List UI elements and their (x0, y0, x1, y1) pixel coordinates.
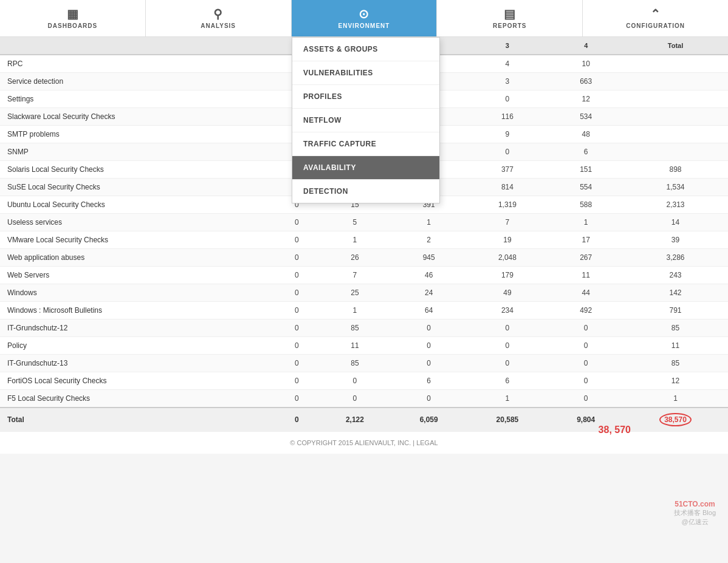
row-total (623, 90, 728, 108)
row-c0: 0 (276, 319, 318, 337)
row-c3: 0 (466, 90, 549, 108)
page-footer: © COPYRIGHT 2015 ALIENVAULT, INC. | LEGA… (0, 431, 728, 454)
row-total: 85 (623, 355, 728, 372)
row-name: SMTP problems (0, 126, 276, 143)
row-c2: 6 (392, 372, 466, 390)
row-c1: 25 (318, 284, 392, 302)
watermark: 51CTO.com 技术播客 Blog @亿速云 (674, 500, 716, 527)
row-c2: 0 (392, 390, 466, 408)
menu-assets-groups[interactable]: ASSETS & GROUPS (292, 38, 439, 61)
table-row: IT-Grundschutz-12 0 85 0 0 0 85 (0, 319, 728, 337)
row-c0: 0 (276, 231, 318, 249)
row-name: Ubuntu Local Security Checks (0, 196, 276, 214)
col-header-3[interactable]: 3 (466, 37, 549, 55)
row-total: 243 (623, 267, 728, 284)
row-c4: 588 (549, 196, 623, 214)
row-c4: 1 (549, 214, 623, 231)
row-c0: 0 (276, 302, 318, 319)
footer-total: 38,570 (623, 408, 728, 431)
row-total: 14 (623, 214, 728, 231)
row-c4: 6 (549, 143, 623, 161)
environment-icon: ⊙ (359, 8, 369, 20)
row-total: 3,286 (623, 249, 728, 267)
row-name: Windows : Microsoft Bulletins (0, 302, 276, 319)
row-name: Slackware Local Security Checks (0, 108, 276, 126)
row-c2: 46 (392, 267, 466, 284)
row-name: Useless services (0, 214, 276, 231)
row-c0: 0 (276, 337, 318, 355)
copyright-text: © COPYRIGHT 2015 ALIENVAULT, INC. | LEGA… (290, 439, 438, 446)
table-row: IT-Grundschutz-13 0 85 0 0 0 85 (0, 355, 728, 372)
row-c4: 267 (549, 249, 623, 267)
col-header-name (0, 37, 276, 55)
row-c3: 3 (466, 73, 549, 90)
row-c4: 12 (549, 90, 623, 108)
nav-configuration[interactable]: ⌃ CONFIGURATION (583, 0, 728, 36)
footer-c3: 20,585 (466, 408, 549, 431)
row-c0: 0 (276, 390, 318, 408)
row-total (623, 73, 728, 90)
menu-profiles[interactable]: PROFILES (292, 85, 439, 109)
row-c1: 7 (318, 267, 392, 284)
row-c4: 554 (549, 179, 623, 196)
row-c3: 1 (466, 390, 549, 408)
row-c4: 48 (549, 126, 623, 143)
row-c0: 0 (276, 267, 318, 284)
row-c3: 4 (466, 55, 549, 73)
nav-reports[interactable]: ▤ REPORTS (437, 0, 583, 36)
footer-c1: 2,122 (318, 408, 392, 431)
row-c1: 5 (318, 214, 392, 231)
table-row: F5 Local Security Checks 0 0 0 1 0 1 (0, 390, 728, 408)
menu-traffic-capture[interactable]: TRAFFIC CAPTURE (292, 132, 439, 156)
row-c3: 179 (466, 267, 549, 284)
nav-configuration-label: CONFIGURATION (626, 22, 685, 29)
row-c3: 7 (466, 214, 549, 231)
row-c4: 0 (549, 372, 623, 390)
environment-dropdown: ASSETS & GROUPS VULNERABILITIES PROFILES… (292, 37, 440, 203)
row-c4: 11 (549, 267, 623, 284)
col-header-4[interactable]: 4 (549, 37, 623, 55)
row-c4: 151 (549, 161, 623, 179)
row-name: IT-Grundschutz-12 (0, 319, 276, 337)
row-c1: 85 (318, 355, 392, 372)
row-c3: 19 (466, 231, 549, 249)
menu-availability[interactable]: AVAILABILITY (292, 156, 439, 180)
row-total: 85 (623, 319, 728, 337)
row-c4: 0 (549, 337, 623, 355)
nav-environment[interactable]: ⊙ ENVIRONMENT (292, 0, 438, 36)
menu-netflow[interactable]: NETFLOW (292, 109, 439, 132)
row-c4: 492 (549, 302, 623, 319)
row-c1: 85 (318, 319, 392, 337)
table-row: Windows : Microsoft Bulletins 0 1 64 234… (0, 302, 728, 319)
row-c4: 534 (549, 108, 623, 126)
configuration-icon: ⌃ (650, 8, 661, 20)
menu-detection[interactable]: DETECTION (292, 180, 439, 203)
row-c4: 0 (549, 355, 623, 372)
row-c0: 0 (276, 249, 318, 267)
footer-label: Total (0, 408, 276, 431)
row-c3: 0 (466, 337, 549, 355)
col-header-total: Total (623, 37, 728, 55)
table-row: VMware Local Security Checks 0 1 2 19 17… (0, 231, 728, 249)
row-name: F5 Local Security Checks (0, 390, 276, 408)
nav-analysis-label: ANALYSIS (201, 22, 236, 29)
dashboards-icon: ▦ (67, 8, 79, 20)
menu-vulnerabilities[interactable]: VULNERABILITIES (292, 61, 439, 85)
row-name: RPC (0, 55, 276, 73)
row-c1: 1 (318, 231, 392, 249)
nav-analysis[interactable]: ⚲ ANALYSIS (146, 0, 292, 36)
nav-dashboards[interactable]: ▦ DASHBOARDS (0, 0, 146, 36)
table-row: Web application abuses 0 26 945 2,048 26… (0, 249, 728, 267)
row-c3: 49 (466, 284, 549, 302)
row-name: Windows (0, 284, 276, 302)
row-name: SuSE Local Security Checks (0, 179, 276, 196)
row-c0: 0 (276, 355, 318, 372)
row-c3: 9 (466, 126, 549, 143)
row-c2: 64 (392, 302, 466, 319)
row-c3: 0 (466, 319, 549, 337)
top-navigation: ▦ DASHBOARDS ⚲ ANALYSIS ⊙ ENVIRONMENT ▤ … (0, 0, 728, 37)
row-name: Web application abuses (0, 249, 276, 267)
row-total (623, 108, 728, 126)
row-c3: 2,048 (466, 249, 549, 267)
row-c4: 44 (549, 284, 623, 302)
